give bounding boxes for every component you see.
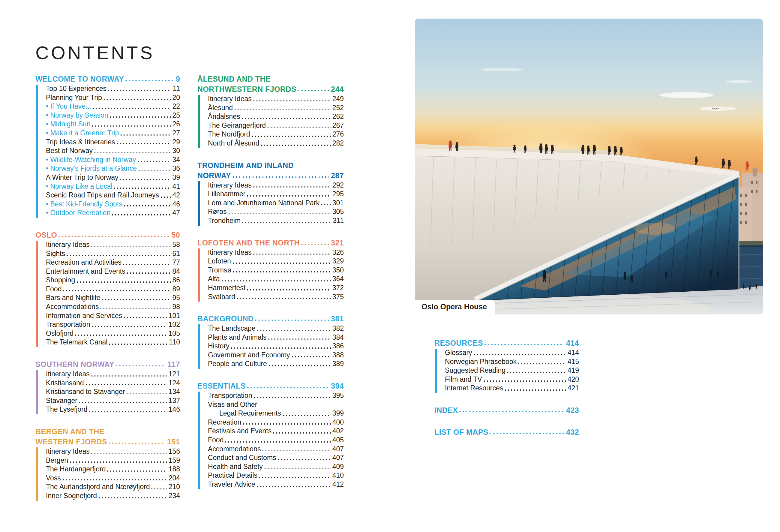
- section-items: Transportation395Visas and OtherLegal Re…: [198, 392, 344, 489]
- entry-label: Røros: [208, 208, 227, 216]
- toc-entry: Itinerary Ideas326: [208, 248, 344, 257]
- toc-entry: Itinerary Ideas156: [46, 447, 180, 456]
- toc-entry: Norwegian Phrasebook415: [445, 358, 579, 367]
- entry-page-number: 121: [168, 370, 180, 378]
- section-heading-row: WESTERN FJORDS151: [35, 437, 180, 446]
- toc-entry: Glossary414: [445, 349, 579, 358]
- section-heading: RESOURCES414: [434, 338, 579, 348]
- entry-page-number: 311: [333, 216, 344, 225]
- leader-dots: [112, 214, 171, 216]
- toc-entry: Recreation400: [208, 418, 344, 427]
- section-heading-row: LIST OF MAPS432: [434, 428, 579, 437]
- entry-page-number: 415: [568, 358, 579, 366]
- entry-page-number: 407: [332, 454, 344, 462]
- entry-page-number: 252: [332, 104, 344, 112]
- toc-entry: If You Have...22: [46, 102, 180, 111]
- toc-entry: Scenic Road Trips and Rail Journeys42: [46, 191, 180, 200]
- leader-dots: [63, 290, 171, 292]
- entry-page-number: 399: [332, 409, 344, 418]
- entry-label: Kristiansand to Stavanger: [46, 388, 125, 396]
- entry-page-number: 102: [168, 321, 180, 329]
- section-heading-row: LOFOTEN AND THE NORTH321: [197, 238, 344, 248]
- entry-page-number: 292: [332, 181, 344, 189]
- section-title: INDEX: [434, 406, 458, 415]
- section-items: Itinerary Ideas121Kristiansand124Kristia…: [36, 370, 180, 415]
- section-heading: TRONDHEIM AND INLANDNORWAY287: [197, 161, 344, 180]
- entry-page-number: 329: [332, 257, 344, 265]
- leader-dots: [292, 356, 331, 358]
- toc-entry: Sights61: [46, 250, 180, 259]
- section-heading: ÅLESUND AND THENORTHWESTERN FJORDS244: [197, 75, 344, 94]
- toc-entry: Trondheim311: [208, 216, 344, 226]
- toc-section-southern-norway: SOUTHERN NORWAY117Itinerary Ideas121Kris…: [35, 360, 180, 415]
- leader-dots: [261, 144, 331, 146]
- toc-entry: Lillehammer295: [208, 190, 344, 199]
- entry-label: Oslofjord: [46, 330, 74, 338]
- entry-page-number: 39: [172, 174, 180, 182]
- section-heading-row: NORTHWESTERN FJORDS244: [197, 85, 344, 94]
- toc-entry: Wildlife-Watching in Norway34: [46, 156, 180, 165]
- section-title: ÅLESUND AND THE: [197, 75, 271, 83]
- entry-label: Norway Like a Local: [46, 183, 112, 191]
- entry-page-number: 350: [332, 266, 344, 274]
- leader-dots: [247, 386, 329, 388]
- section-title: OSLO: [35, 231, 57, 240]
- leader-dots: [504, 389, 566, 391]
- leader-dots: [269, 365, 331, 367]
- entry-label: If You Have...: [46, 102, 91, 110]
- toc-section-alesund-northwestern-fjords: ÅLESUND AND THENORTHWESTERN FJORDS244Iti…: [197, 75, 344, 148]
- page-title: CONTENTS: [35, 42, 154, 63]
- section-page-number: 321: [331, 238, 344, 248]
- entry-page-number: 36: [172, 164, 180, 173]
- section-page-number: 287: [331, 171, 344, 180]
- entry-label: Practical Details: [208, 471, 257, 480]
- entry-label: Sights: [46, 250, 65, 258]
- entry-page-number: 61: [172, 250, 180, 258]
- entry-page-number: 301: [332, 199, 344, 207]
- entry-page-number: 276: [332, 130, 344, 138]
- toc-section-essentials: ESSENTIALS394Transportation395Visas and …: [197, 381, 344, 489]
- leader-dots: [268, 338, 331, 340]
- leader-dots: [91, 375, 167, 377]
- entry-page-number: 282: [332, 139, 344, 147]
- toc-entry: Best Kid-Friendly Spots46: [46, 200, 180, 209]
- toc-entry: Recreation and Activities77: [46, 258, 180, 268]
- entry-label: Accommodations: [46, 303, 99, 311]
- entry-label: Trip Ideas & Itineraries: [46, 138, 115, 146]
- entry-label: Visas and Other: [208, 400, 257, 409]
- toc-entry: Ålesund252: [208, 104, 344, 113]
- entry-label: Entertainment and Events: [46, 268, 126, 276]
- entry-label: Legal Requirements: [219, 409, 281, 418]
- section-items: Itinerary Ideas326Lofoten329Tromsø350Alt…: [198, 248, 344, 302]
- entry-page-number: 412: [332, 480, 344, 488]
- toc-entry: Itinerary Ideas249: [208, 95, 344, 104]
- entry-page-number: 156: [168, 447, 180, 455]
- toc-entry: Kristiansand124: [46, 379, 180, 388]
- section-title: BACKGROUND: [197, 314, 253, 324]
- entry-label: Food: [46, 285, 61, 293]
- section-heading-line: TRONDHEIM AND INLAND: [197, 161, 344, 171]
- entry-page-number: 295: [332, 190, 344, 198]
- toc-entry: The Aurlandsfjord and Nærøyfjord210: [46, 483, 180, 492]
- section-heading: ESSENTIALS394: [197, 381, 344, 391]
- toc-section-trondheim-inland-norway: TRONDHEIM AND INLANDNORWAY287Itinerary I…: [197, 161, 344, 226]
- entry-page-number: 420: [568, 375, 579, 383]
- leader-dots: [233, 262, 331, 264]
- leader-dots: [321, 204, 331, 205]
- toc-entry: Lom and Jotunheimen National Park301: [208, 199, 344, 208]
- entry-page-number: 89: [172, 285, 180, 293]
- toc-section-index: INDEX423: [434, 406, 579, 415]
- entry-label: Transportation: [46, 321, 90, 329]
- leader-dots: [273, 432, 331, 434]
- leader-dots: [116, 365, 165, 367]
- toc-entry: Trip Ideas & Itineraries29: [46, 138, 180, 147]
- section-items: Itinerary Ideas58Sights61Recreation and …: [36, 241, 180, 347]
- entry-label: Information and Services: [46, 312, 122, 320]
- entry-page-number: 137: [168, 397, 180, 405]
- section-heading-row: OSLO50: [35, 231, 180, 240]
- entry-label: People and Culture: [208, 360, 267, 368]
- leader-dots: [102, 299, 171, 301]
- entry-label: Itinerary Ideas: [208, 95, 252, 103]
- leader-dots: [86, 384, 167, 386]
- entry-page-number: 146: [168, 405, 180, 414]
